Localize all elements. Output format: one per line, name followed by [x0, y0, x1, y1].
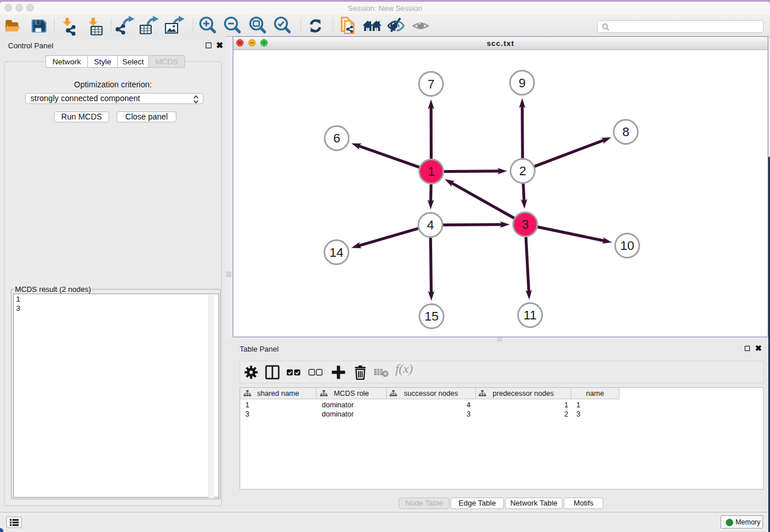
svg-text:6: 6 [333, 131, 340, 145]
svg-text:7: 7 [428, 77, 434, 91]
svg-text:1: 1 [428, 164, 434, 179]
svg-text:3: 3 [522, 217, 529, 232]
svg-text:4: 4 [427, 218, 434, 232]
svg-text:11: 11 [523, 308, 537, 322]
svg-text:15: 15 [425, 309, 438, 323]
svg-text:9: 9 [518, 76, 525, 90]
svg-text:8: 8 [622, 125, 629, 139]
svg-text:14: 14 [329, 245, 343, 260]
svg-text:10: 10 [620, 238, 634, 253]
svg-text:2: 2 [519, 164, 526, 178]
